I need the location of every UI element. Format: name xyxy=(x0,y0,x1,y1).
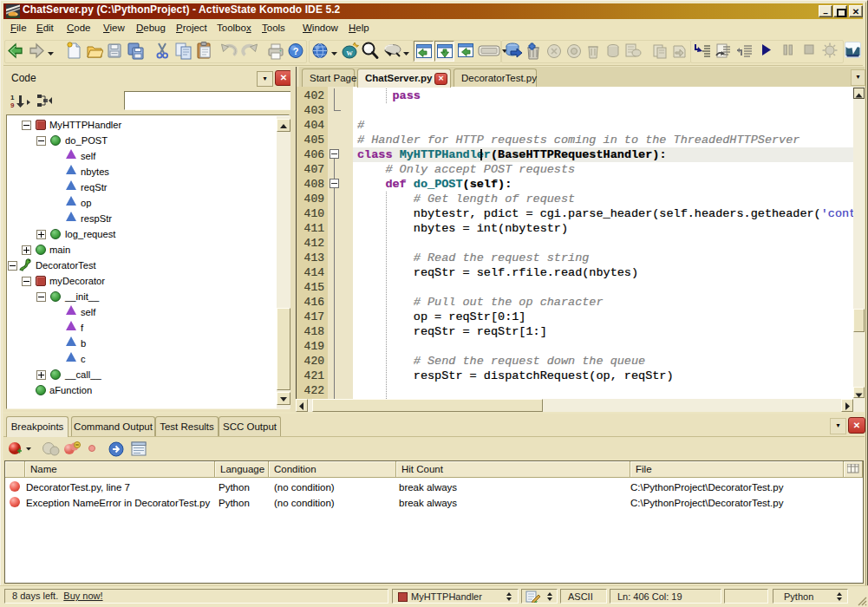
svg-text:1: 1 xyxy=(10,94,15,101)
svg-text:9: 9 xyxy=(10,101,15,108)
svg-text:?: ? xyxy=(293,46,299,56)
svg-text:w: w xyxy=(346,48,353,57)
